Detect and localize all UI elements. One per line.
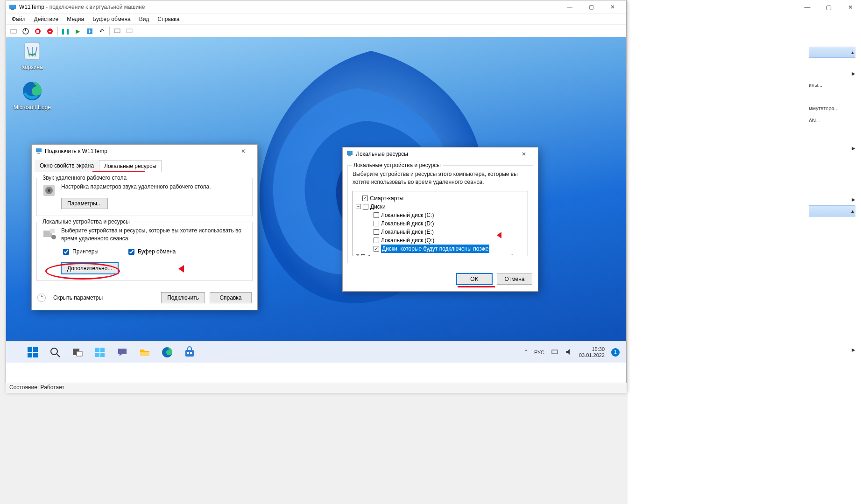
tray-clock[interactable]: 15:3003.01.2022 [579,346,605,357]
group-local-devices-legend: Локальные устройства и ресурсы [41,218,132,225]
side-item-text-2[interactable]: ммутаторо... [809,105,855,111]
guest-taskbar[interactable]: ˄ РУС 15:3003.01.2022 1 [6,341,626,363]
tool-enhanced-icon[interactable] [113,27,122,36]
host-close-button[interactable]: ✕ [840,0,861,14]
group-local-devices: Локальные устройства и ресурсы Выберите … [36,222,253,281]
vmconnect-titlebar[interactable]: W11Temp - подключение к виртуальной маши… [6,0,626,14]
side-item-4[interactable]: ▶ [809,347,855,352]
svg-rect-33 [95,353,99,357]
tool-revert-icon[interactable]: ↶ [97,27,106,36]
chat-icon[interactable] [116,346,128,358]
tree-item-smartcards[interactable]: Смарт-карты [356,194,525,203]
chevron-up-icon[interactable]: ˄ [37,294,46,302]
tab-display[interactable]: Окно свойств экрана [35,160,99,172]
local-resources-dialog: Локальные ресурсы ✕ Локальные устройства… [342,147,538,292]
explorer-icon[interactable] [139,346,151,358]
tray-sound-icon[interactable] [565,348,572,357]
tool-start-icon[interactable] [21,27,30,36]
svg-rect-38 [187,352,189,354]
tool-pause-icon[interactable]: ❚❚ [61,27,70,36]
svg-rect-39 [190,352,192,354]
vmconnect-close-button[interactable]: ✕ [602,0,623,14]
desktop-icon-recycle-bin[interactable]: Корзина [12,40,53,70]
vmconnect-min-button[interactable]: — [559,0,580,14]
audio-settings-button[interactable]: Параметры... [61,198,108,209]
tray-notification-icon[interactable]: 1 [611,348,620,357]
rdp-connect-dialog: Подключить к W11Temp ✕ Окно свойств экра… [31,144,258,310]
tray-language[interactable]: РУС [534,350,544,355]
menu-file[interactable]: Файл [12,16,26,22]
ok-button[interactable]: OK [457,273,492,285]
lr-close-button[interactable]: ✕ [514,151,534,157]
start-button[interactable] [27,346,39,358]
menu-help[interactable]: Справка [157,16,179,22]
tree-item-disks-later[interactable]: Диски, которые будут подключены позже [356,245,525,253]
side-item-text-3[interactable]: AN... [809,118,855,123]
svg-rect-26 [33,353,38,357]
tray-network-icon[interactable] [551,348,558,357]
side-item-3[interactable]: ▶ [809,197,855,202]
menu-clipboard[interactable]: Буфер обмена [92,16,131,22]
speaker-icon [42,183,56,198]
store-icon[interactable] [183,346,196,358]
lr-footer: OK Отмена [343,268,538,291]
vmconnect-menubar: Файл Действие Медиа Буфер обмена Вид Спр… [6,14,626,25]
rdp-dialog-icon [35,147,42,155]
lr-legend: Локальные устройства и ресурсы [352,162,443,168]
menu-action[interactable]: Действие [34,16,59,22]
tree-item-disk-c[interactable]: Локальный диск (C:) [356,211,525,219]
host-caption-buttons: — ▢ ✕ [797,0,861,14]
taskbar-center [27,346,196,358]
tool-share-icon[interactable] [125,27,134,36]
edge-taskbar-icon[interactable] [161,346,173,358]
svg-rect-22 [348,155,351,156]
menu-media[interactable]: Медиа [67,16,84,22]
svg-point-17 [48,189,50,192]
svg-rect-9 [114,29,120,33]
group-remote-audio-text: Настройка параметров звука удаленного ра… [42,183,247,191]
svg-point-20 [51,235,56,239]
widgets-icon[interactable] [94,346,106,358]
side-item-1[interactable]: ▶ [809,71,855,76]
lr-titlebar[interactable]: Локальные ресурсы ✕ [343,147,538,161]
tree-item-other[interactable]: +Другие поддерживаемые самонастраивающие… [356,253,525,256]
tool-checkpoint-icon[interactable] [85,27,94,36]
tree-item-disks[interactable]: −Диски [356,203,525,211]
tool-shutdown-icon[interactable] [33,27,42,36]
tree-item-disk-d[interactable]: Локальный диск (D:) [356,219,525,228]
vmconnect-max-button[interactable]: ▢ [580,0,602,14]
hide-options-link[interactable]: Скрыть параметры [53,294,103,301]
checkbox-printers[interactable]: Принтеры [61,247,99,256]
host-max-button[interactable]: ▢ [818,0,840,14]
cancel-button[interactable]: Отмена [497,273,532,285]
side-item-text-1[interactable]: ины... [809,82,855,88]
side-panel-header-2[interactable]: ▲ [809,205,855,217]
side-item-2[interactable]: ▶ [809,146,855,151]
svg-rect-6 [36,30,39,33]
tool-save-icon[interactable] [45,27,55,36]
device-tree[interactable]: Смарт-карты −Диски Локальный диск (C:) Л… [353,191,528,256]
help-button[interactable]: Справка [210,292,252,303]
taskview-icon[interactable] [71,346,84,358]
side-panel-header[interactable]: ▲ [809,47,855,58]
lr-title: Локальные ресурсы [356,151,408,157]
rdp-tabstrip: Окно свойств экрана Локальные ресурсы [32,160,257,172]
host-min-button[interactable]: — [797,0,818,14]
guest-desktop[interactable]: Корзина Microsoft Edge Подключить к W11T… [6,37,626,363]
checkbox-clipboard[interactable]: Буфер обмена [127,247,176,256]
tool-ctrl-alt-del-icon[interactable] [9,27,18,36]
svg-rect-24 [33,347,38,352]
menu-view[interactable]: Вид [139,16,149,22]
svg-rect-14 [37,153,40,154]
rdp-close-button[interactable]: ✕ [233,148,254,154]
desktop-icon-label: Корзина [21,64,43,70]
taskbar-tray: ˄ РУС 15:3003.01.2022 1 [525,346,620,357]
search-icon[interactable] [49,346,61,358]
rdp-dialog-titlebar[interactable]: Подключить к W11Temp ✕ [32,145,257,158]
tray-chevron-icon[interactable]: ˄ [525,349,528,355]
connect-button[interactable]: Подключить [161,292,205,303]
tool-reset-icon[interactable]: ▶ [73,27,82,36]
desktop-icon-edge[interactable]: Microsoft Edge [12,80,53,111]
lr-text: Выберите устройства и ресурсы этого комп… [353,170,528,186]
svg-rect-35 [140,352,149,356]
